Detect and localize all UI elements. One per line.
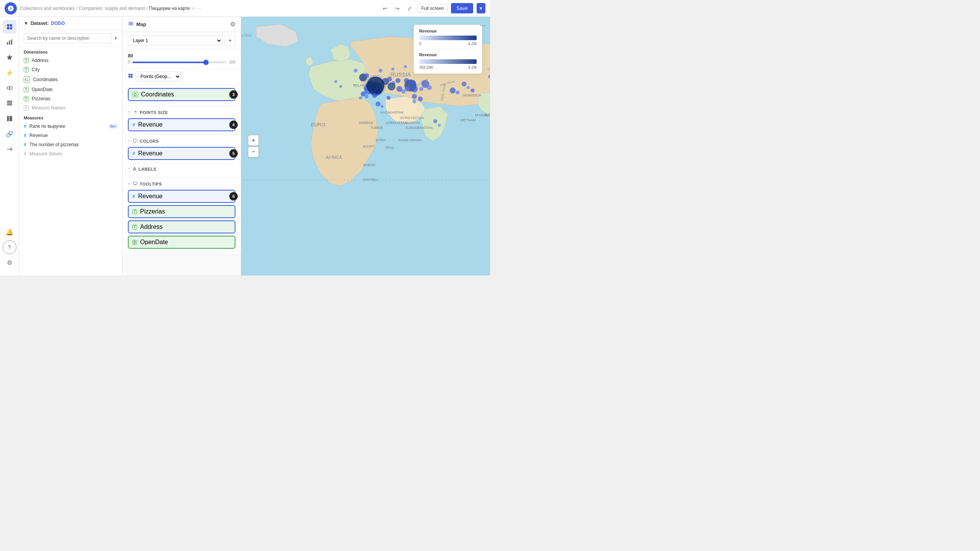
legend-size-max: 4.2M	[468, 65, 477, 70]
revenue-size-icon: #	[132, 122, 135, 127]
dim-measure-names[interactable]: T Measure Names	[19, 103, 122, 112]
measure-values-label: Measure Values	[29, 151, 62, 156]
opacity-slider-thumb[interactable]	[203, 60, 209, 65]
redo-button[interactable]: ↪	[393, 4, 402, 13]
measure-pizzerias-count-label: The number of pizzerias	[29, 142, 79, 147]
rank-func-icon: fм∞	[109, 124, 118, 129]
tooltips-address-drop-zone[interactable]: T Address	[128, 220, 235, 233]
dim-pizzerias[interactable]: T Pizzerias	[19, 94, 122, 103]
undo-button[interactable]: ↩	[381, 4, 390, 13]
measure-revenue[interactable]: # Revenue	[19, 131, 122, 140]
measure-rank[interactable]: # Rank по выручке fм∞	[19, 122, 122, 131]
sidebar-item-help[interactable]: ?	[3, 240, 16, 254]
measure-values-type-icon: #	[24, 151, 26, 156]
svg-point-92	[412, 94, 417, 99]
opendate-tooltip-label: OpenDate	[140, 239, 168, 246]
legend-revenue-title: Revenue	[419, 29, 477, 33]
search-input[interactable]	[24, 33, 112, 43]
save-dropdown-button[interactable]: ▾	[477, 3, 485, 13]
colors-badge: 5	[229, 149, 238, 158]
favorite-icon[interactable]: ☆	[191, 6, 196, 11]
sidebar-item-settings[interactable]: ⚙	[3, 256, 16, 269]
topbar-more-icon[interactable]: ···	[197, 6, 201, 11]
expand-button[interactable]: ⤢	[405, 4, 414, 13]
sidebar-item-lightning[interactable]: ⚡	[3, 66, 16, 80]
app-logo[interactable]	[5, 2, 17, 15]
svg-point-103	[467, 86, 470, 89]
dim-coordinates[interactable]: G Coordinates	[19, 74, 122, 85]
sidebar-item-grid[interactable]	[3, 20, 16, 34]
dim-pizzerias-label: Pizzerias	[32, 96, 51, 101]
zoom-out-button[interactable]: −	[248, 147, 259, 157]
sidebar-item-table3[interactable]	[3, 112, 16, 126]
sidebar-item-flow[interactable]	[3, 142, 16, 156]
tooltips-drag-handle[interactable]: ⠿	[128, 182, 131, 186]
svg-text:SAUDI ARABIA: SAUDI ARABIA	[398, 138, 423, 142]
tooltips-opendate-drop-zone[interactable]: D OpenDate	[128, 236, 235, 249]
dim-address-label: Address	[32, 58, 49, 63]
legend-size-range: 358,69K 4.2M	[419, 65, 477, 70]
tooltips-pizzerias-drop-zone[interactable]: T Pizzerias	[128, 205, 235, 218]
dim-city[interactable]: T City	[19, 65, 122, 74]
settings-icon[interactable]: ⚙	[230, 21, 235, 28]
svg-text:EGYPT: EGYPT	[363, 145, 375, 148]
dataset-name[interactable]: DODO	[51, 21, 65, 26]
breadcrumb: Collections and workbooks / Companies: s…	[20, 6, 377, 11]
points-size-label: Points size	[140, 110, 168, 115]
city-type-icon: T	[24, 67, 29, 72]
zoom-in-button[interactable]: +	[248, 135, 259, 146]
measures-title: Measures	[19, 112, 122, 122]
sidebar-item-circles[interactable]	[3, 81, 16, 95]
collapse-dataset-icon[interactable]: ▼	[24, 21, 28, 26]
geom-type-select[interactable]: Points (Geop...	[136, 72, 181, 82]
dim-measure-names-label: Measure Names	[32, 105, 65, 111]
rank-type-icon: #	[24, 124, 26, 129]
colors-icon	[133, 138, 137, 145]
measure-revenue-label: Revenue	[29, 133, 48, 138]
opacity-slider-track[interactable]	[132, 62, 227, 63]
breadcrumb-part1[interactable]: Collections and workbooks	[20, 6, 75, 11]
address-tooltip-icon: T	[132, 225, 137, 230]
icon-sidebar: ⚡ 🔗 🔔 ? ⚙	[0, 17, 19, 276]
points-size-drop-zone[interactable]: # Revenue 4	[128, 118, 235, 131]
svg-point-90	[339, 85, 342, 88]
sidebar-item-table2[interactable]	[3, 96, 16, 110]
points-size-drag-handle[interactable]: ⠿	[128, 111, 131, 115]
sidebar-item-favorites[interactable]	[3, 51, 16, 64]
add-field-button[interactable]: +	[114, 35, 118, 42]
svg-point-88	[402, 90, 405, 93]
dim-opendate[interactable]: T OpenDate	[19, 85, 122, 94]
measure-pizzerias-count[interactable]: # The number of pizzerias	[19, 140, 122, 149]
save-button[interactable]: Save	[451, 3, 473, 13]
map-more-button[interactable]: ···	[480, 21, 485, 29]
svg-text:MONGOLIA: MONGOLIA	[463, 93, 482, 97]
tooltips-revenue-drop-zone[interactable]: # Revenue 6	[128, 190, 235, 203]
colors-drop-zone[interactable]: # Revenue 5	[128, 147, 235, 160]
svg-point-75	[418, 96, 423, 101]
measure-values[interactable]: # Measure Values	[19, 149, 122, 158]
legend-size-title: Revenue	[419, 52, 477, 57]
topbar: Collections and workbooks / Companies: s…	[0, 0, 490, 17]
map-area[interactable]: Barents Sea Kara Sea Sea of Okhotsk Lapt…	[241, 17, 490, 276]
layer-select[interactable]: Layer 1	[128, 36, 222, 46]
breadcrumb-part2[interactable]: Companies: supply and demand	[79, 6, 145, 11]
svg-point-82	[395, 78, 400, 83]
fullscreen-button[interactable]: Full screen	[417, 4, 448, 13]
colors-drag-handle[interactable]: ⠿	[128, 139, 131, 143]
svg-point-65	[419, 87, 423, 91]
svg-text:TAJIKISTAN: TAJIKISTAN	[400, 121, 420, 125]
sidebar-item-bell[interactable]: 🔔	[3, 225, 16, 239]
svg-point-93	[367, 77, 385, 95]
colors-header: ⠿ Colors	[128, 138, 235, 145]
add-layer-button[interactable]: +	[225, 35, 235, 46]
svg-text:GREECE: GREECE	[359, 121, 373, 125]
svg-point-98	[438, 124, 441, 127]
svg-point-84	[392, 68, 395, 71]
revenue-size-label: Revenue	[138, 121, 163, 128]
svg-text:TURKMENISTAN: TURKMENISTAN	[405, 126, 433, 130]
dim-address[interactable]: T Address	[19, 56, 122, 65]
labels-drag-handle[interactable]: ⠿	[128, 167, 131, 171]
sidebar-item-link[interactable]: 🔗	[3, 127, 16, 141]
sidebar-item-charts[interactable]	[3, 35, 16, 49]
coordinates-drop-zone[interactable]: G Coordinates 3	[128, 88, 235, 101]
